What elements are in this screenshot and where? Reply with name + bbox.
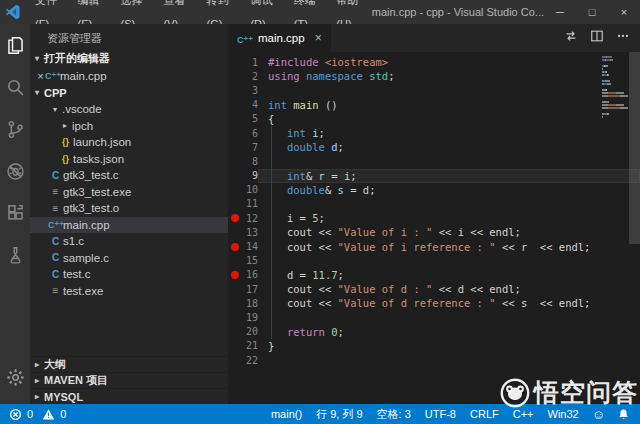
file-tree-item[interactable]: {}tasks.json: [30, 151, 228, 168]
breakpoint-margin[interactable]: [228, 282, 242, 296]
breakpoint-margin[interactable]: [228, 55, 242, 69]
source-control-icon[interactable]: [0, 108, 30, 150]
explorer-icon[interactable]: [0, 24, 30, 66]
breakpoint-margin[interactable]: [228, 339, 242, 353]
warnings-icon[interactable]: [38, 408, 55, 421]
file-tree-item[interactable]: C⁺⁺main.cpp: [30, 217, 228, 234]
file-tree-item[interactable]: Ctest.c: [30, 266, 228, 283]
code-line-20[interactable]: 20 return 0;: [228, 325, 640, 339]
breakpoint-margin[interactable]: [228, 83, 242, 97]
breakpoint-margin[interactable]: [228, 140, 242, 154]
tab-main-cpp[interactable]: C⁺⁺ main.cpp ×: [228, 24, 331, 52]
code-line-19[interactable]: 19: [228, 310, 640, 324]
close-icon[interactable]: ×: [608, 0, 640, 24]
sidebar-section-大纲[interactable]: ▸大纲: [30, 356, 228, 372]
code-line-6[interactable]: 6 int i;: [228, 126, 640, 140]
code-line-21[interactable]: 21}: [228, 339, 640, 353]
breakpoint-margin[interactable]: [228, 296, 242, 310]
file-tree-item[interactable]: ≡test.exe: [30, 283, 228, 300]
code-line-17[interactable]: 17 cout << "Value of d : " << d << endl;: [228, 282, 640, 296]
notifications-bell-icon[interactable]: [611, 408, 640, 421]
breakpoint-icon[interactable]: [228, 211, 242, 225]
breakpoint-margin[interactable]: [228, 225, 242, 239]
minimap[interactable]: [602, 56, 628, 122]
code-line-12[interactable]: 12 i = 5;: [228, 211, 640, 225]
breakpoint-margin[interactable]: [228, 197, 242, 211]
breakpoint-margin[interactable]: [228, 112, 242, 126]
code-line-18[interactable]: 18 cout << "Value of d reference : " << …: [228, 296, 640, 310]
minimize-icon[interactable]: ─: [544, 0, 576, 24]
breakpoint-margin[interactable]: [228, 310, 242, 324]
warnings-count[interactable]: 0: [60, 408, 66, 420]
file-tree-item[interactable]: ≡gtk3_test.o: [30, 200, 228, 217]
code-line-22[interactable]: 22: [228, 353, 640, 367]
code-line-10[interactable]: 10 double& s = d;: [228, 183, 640, 197]
status-bar: 0 0 main()行 9, 列 9空格: 3UTF-8CRLFC++Win32…: [0, 404, 640, 424]
extensions-icon[interactable]: [0, 192, 30, 234]
status-segment[interactable]: 空格: 3: [370, 407, 418, 422]
file-tree-item[interactable]: {}launch.json: [30, 134, 228, 151]
code-line-2[interactable]: 2using namespace std;: [228, 69, 640, 83]
file-tree-item[interactable]: ▾.vscode: [30, 101, 228, 118]
debug-icon[interactable]: [0, 150, 30, 192]
tab-close-icon[interactable]: ×: [311, 31, 322, 45]
file-tree-item[interactable]: ≡gtk3_test.exe: [30, 184, 228, 201]
breakpoint-margin[interactable]: [228, 98, 242, 112]
more-actions-icon[interactable]: [616, 29, 630, 47]
open-editors-header[interactable]: ▾ 打开的编辑器: [30, 50, 228, 67]
breakpoint-margin[interactable]: [228, 254, 242, 268]
close-icon[interactable]: ×: [30, 70, 45, 82]
errors-icon[interactable]: [9, 408, 22, 421]
code-line-15[interactable]: 15: [228, 254, 640, 268]
code-line-5[interactable]: 5{: [228, 112, 640, 126]
chevron-down-icon: ▾: [30, 54, 44, 63]
file-tree-item[interactable]: ▸ipch: [30, 118, 228, 135]
file-tree-item[interactable]: Csample.c: [30, 250, 228, 267]
status-segment[interactable]: Win32: [541, 408, 586, 420]
settings-gear-icon[interactable]: [0, 356, 30, 398]
code-line-1[interactable]: 1#include <iostream>: [228, 55, 640, 69]
code-line-4[interactable]: 4int main (): [228, 98, 640, 112]
folder-header[interactable]: ▾ CPP: [30, 84, 228, 101]
breakpoint-icon[interactable]: [228, 268, 242, 282]
feedback-smiley-icon[interactable]: ☺: [586, 407, 611, 422]
file-tree-item[interactable]: Cgtk3_test.c: [30, 167, 228, 184]
line-number: 1: [242, 57, 258, 68]
status-segment[interactable]: 行 9, 列 9: [309, 407, 369, 422]
editor-scrollbar[interactable]: [629, 52, 640, 404]
code-line-9[interactable]: 9 int& r = i;: [228, 169, 640, 183]
code-line-11[interactable]: 11: [228, 197, 640, 211]
code-line-7[interactable]: 7 double d;: [228, 140, 640, 154]
status-segment[interactable]: C++: [506, 408, 541, 420]
test-explorer-icon[interactable]: [0, 234, 30, 276]
status-segment[interactable]: main(): [264, 408, 309, 420]
breakpoint-margin[interactable]: [228, 353, 242, 367]
split-editor-icon[interactable]: [590, 29, 604, 47]
breakpoint-margin[interactable]: [228, 169, 242, 183]
window-title: main.cpp - cpp - Visual Studio Co...: [372, 6, 544, 18]
status-segment[interactable]: UTF-8: [418, 408, 463, 420]
sidebar-section-MYSQL[interactable]: ▸MYSQL: [30, 388, 228, 404]
file-tree-item[interactable]: Cs1.c: [30, 233, 228, 250]
breakpoint-margin[interactable]: [228, 69, 242, 83]
open-changes-icon[interactable]: [564, 29, 578, 47]
breakpoint-margin[interactable]: [228, 154, 242, 168]
maximize-icon[interactable]: □: [576, 0, 608, 24]
scrollbar-thumb[interactable]: [629, 52, 640, 244]
code-line-16[interactable]: 16 d = 11.7;: [228, 268, 640, 282]
breakpoint-margin[interactable]: [228, 126, 242, 140]
code-line-14[interactable]: 14 cout << "Value of i reference : " << …: [228, 239, 640, 253]
open-editor-item[interactable]: ×C⁺⁺main.cpp: [30, 67, 228, 84]
breakpoint-margin[interactable]: [228, 325, 242, 339]
code-editor[interactable]: 1#include <iostream>2using namespace std…: [228, 52, 640, 404]
code-line-8[interactable]: 8: [228, 154, 640, 168]
code-line-3[interactable]: 3: [228, 83, 640, 97]
code-line-13[interactable]: 13 cout << "Value of i : " << i << endl;: [228, 225, 640, 239]
breakpoint-icon[interactable]: [228, 239, 242, 253]
search-icon[interactable]: [0, 66, 30, 108]
breakpoint-margin[interactable]: [228, 183, 242, 197]
status-segment[interactable]: CRLF: [463, 408, 506, 420]
sidebar-section-MAVEN 项目[interactable]: ▸MAVEN 项目: [30, 372, 228, 388]
line-number: 12: [242, 213, 258, 224]
errors-count[interactable]: 0: [27, 408, 33, 420]
